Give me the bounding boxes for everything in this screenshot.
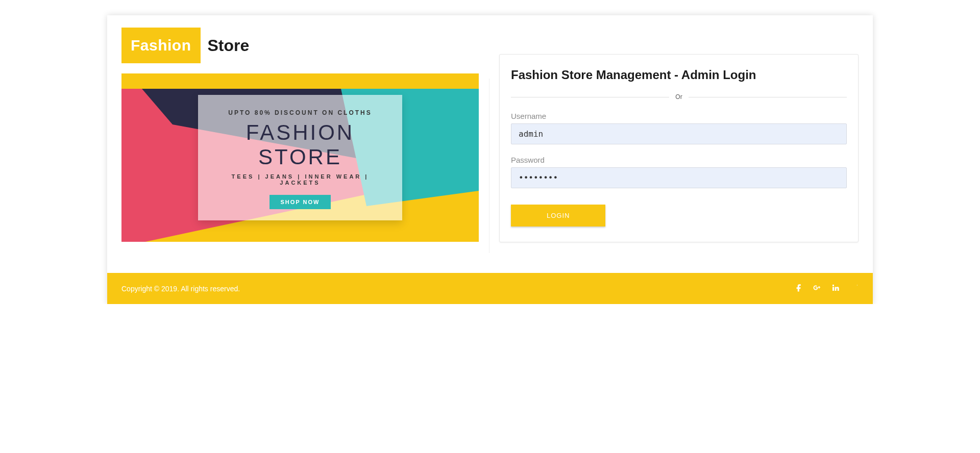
copyright-text: Copyright © 2019. All rights reserved.: [121, 285, 240, 293]
username-input[interactable]: [511, 123, 847, 144]
banner-title: FASHION STORE: [210, 120, 390, 169]
login-heading: Fashion Store Management - Admin Login: [511, 68, 847, 82]
vertical-divider: [489, 79, 489, 253]
facebook-icon[interactable]: [794, 283, 803, 294]
logo-brand: Fashion: [121, 28, 201, 63]
login-button[interactable]: LOGIN: [511, 205, 605, 226]
shop-now-button[interactable]: SHOP NOW: [270, 195, 331, 209]
banner-subtitle-1: UPTO 80% DISCOUNT ON CLOTHS: [210, 109, 390, 116]
promo-banner: UPTO 80% DISCOUNT ON CLOTHS FASHION STOR…: [121, 73, 479, 242]
google-plus-icon[interactable]: [813, 283, 822, 294]
logo-text: Store: [208, 36, 250, 55]
password-label: Password: [511, 156, 847, 164]
banner-card: UPTO 80% DISCOUNT ON CLOTHS FASHION STOR…: [198, 95, 402, 220]
banner-subtitle-2: TEES | JEANS | INNER WEAR | JACKETS: [210, 173, 390, 186]
login-card: Fashion Store Management - Admin Login O…: [499, 54, 859, 242]
or-label: Or: [675, 93, 682, 100]
password-input[interactable]: [511, 167, 847, 188]
social-links: [794, 283, 859, 294]
linkedin-icon[interactable]: [831, 283, 840, 294]
or-divider: Or: [511, 93, 847, 100]
username-label: Username: [511, 112, 847, 120]
footer: Copyright © 2019. All rights reserved.: [107, 273, 873, 304]
twitter-icon[interactable]: [849, 283, 859, 294]
